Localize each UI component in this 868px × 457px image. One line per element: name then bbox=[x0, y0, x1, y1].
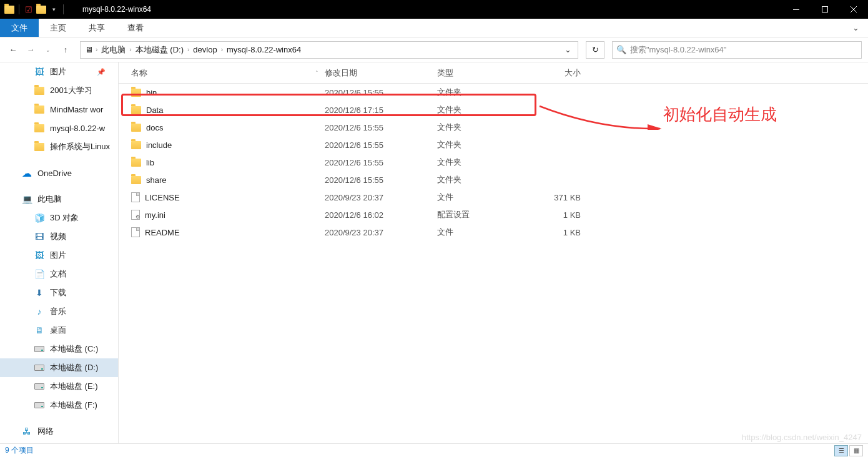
docs-icon: 📄 bbox=[34, 268, 45, 280]
file-row[interactable]: include2020/12/6 15:55文件夹 bbox=[119, 136, 868, 154]
file-type: 文件夹 bbox=[437, 104, 531, 115]
statusbar: 9 个项目 ☰ ▦ bbox=[0, 443, 868, 457]
back-button[interactable]: ← bbox=[6, 43, 20, 57]
file-type: 文件夹 bbox=[437, 157, 531, 168]
sidebar-item[interactable]: 本地磁盘 (F:) bbox=[0, 396, 118, 415]
sidebar-item[interactable]: 本地磁盘 (C:) bbox=[0, 340, 118, 358]
file-type: 文件 bbox=[437, 227, 531, 238]
file-icon bbox=[131, 192, 140, 202]
desktop-icon: 🖥 bbox=[34, 325, 45, 336]
sidebar-item[interactable]: MindMastr wor bbox=[0, 100, 118, 119]
forward-button[interactable]: → bbox=[24, 43, 37, 57]
column-name[interactable]: 名称˄ bbox=[119, 67, 325, 79]
sidebar-item-label: 3D 对象 bbox=[50, 212, 79, 224]
file-date: 2020/12/6 15:55 bbox=[325, 123, 437, 132]
minimize-button[interactable] bbox=[782, 0, 811, 19]
search-icon: 🔍 bbox=[616, 45, 626, 54]
sidebar-item[interactable]: 🎞视频 bbox=[0, 227, 118, 246]
column-type[interactable]: 类型 bbox=[437, 67, 531, 79]
sidebar-item-label: MindMastr wor bbox=[50, 105, 103, 114]
pin-icon: 📌 bbox=[97, 68, 106, 76]
sidebar-item[interactable]: 💻此电脑 bbox=[0, 190, 118, 209]
sidebar[interactable]: 🖼图片📌2001大学习MindMastr wormysql-8.0.22-w操作… bbox=[0, 62, 119, 443]
svg-rect-1 bbox=[822, 7, 828, 12]
refresh-button[interactable]: ↻ bbox=[586, 41, 604, 59]
sidebar-item[interactable]: 🖥桌面 bbox=[0, 321, 118, 340]
sidebar-item-label: 文档 bbox=[50, 268, 66, 280]
sidebar-item[interactable]: 操作系统与Linux bbox=[0, 137, 118, 156]
tab-view[interactable]: 查看 bbox=[116, 19, 155, 37]
sidebar-item-label: 图片 bbox=[50, 250, 66, 261]
file-row[interactable]: my.ini2020/12/6 16:02配置设置1 KB bbox=[119, 206, 868, 224]
file-name: lib bbox=[146, 158, 154, 167]
qat-dropdown-icon[interactable]: ▾ bbox=[48, 4, 59, 15]
sidebar-item[interactable]: 2001大学习 bbox=[0, 81, 118, 100]
sidebar-item[interactable]: 🖼图片📌 bbox=[0, 62, 118, 81]
sidebar-item-label: 本地磁盘 (E:) bbox=[50, 381, 98, 392]
folder-icon bbox=[34, 104, 45, 115]
file-size: 1 KB bbox=[531, 228, 587, 237]
file-tab[interactable]: 文件 bbox=[0, 19, 39, 37]
close-button[interactable] bbox=[839, 0, 868, 19]
qat-folder-icon[interactable] bbox=[36, 4, 47, 15]
thispc-icon: 🖥 bbox=[83, 44, 94, 56]
sidebar-item[interactable]: 🧊3D 对象 bbox=[0, 209, 118, 227]
sidebar-item[interactable]: mysql-8.0.22-w bbox=[0, 119, 118, 137]
file-row[interactable]: lib2020/12/6 15:55文件夹 bbox=[119, 154, 868, 171]
folder-icon bbox=[131, 176, 141, 184]
file-type: 文件 bbox=[437, 192, 531, 203]
file-icon bbox=[131, 227, 140, 237]
breadcrumb[interactable]: 🖥 › 此电脑 › 本地磁盘 (D:) › devlop › mysql-8.0… bbox=[80, 41, 578, 59]
quick-access-toolbar: ☑ ▾ bbox=[0, 4, 70, 15]
maximize-button[interactable] bbox=[811, 0, 839, 19]
file-row[interactable]: bin2020/12/6 15:55文件夹 bbox=[119, 84, 868, 101]
sidebar-item[interactable]: 🖧网络 bbox=[0, 422, 118, 441]
sidebar-item[interactable]: ⬇下载 bbox=[0, 283, 118, 302]
file-date: 2020/9/23 20:37 bbox=[325, 193, 437, 202]
sidebar-item[interactable]: ♪音乐 bbox=[0, 302, 118, 321]
ribbon-expand-button[interactable]: ⌄ bbox=[843, 19, 868, 37]
column-size[interactable]: 大小 bbox=[531, 67, 587, 79]
view-thumbnails-button[interactable]: ▦ bbox=[849, 445, 863, 456]
sidebar-item-label: 网络 bbox=[37, 426, 54, 437]
file-name: my.ini bbox=[145, 210, 165, 220]
file-type: 配置设置 bbox=[437, 209, 531, 220]
search-input[interactable]: 🔍 搜索"mysql-8.0.22-winx64" bbox=[612, 41, 862, 59]
up-button[interactable]: ↑ bbox=[59, 43, 72, 57]
onedrive-icon: ☁ bbox=[21, 167, 32, 179]
sidebar-item-label: 本地磁盘 (F:) bbox=[50, 400, 97, 411]
sidebar-item[interactable]: 🖼图片 bbox=[0, 246, 118, 265]
qat-checkbox-icon[interactable]: ☑ bbox=[23, 4, 34, 15]
file-row[interactable]: Data2020/12/6 17:15文件夹 bbox=[119, 101, 868, 119]
file-row[interactable]: share2020/12/6 15:55文件夹 bbox=[119, 171, 868, 189]
sidebar-item-label: 图片 bbox=[50, 66, 66, 77]
breadcrumb-seg[interactable]: 本地磁盘 (D:) bbox=[132, 44, 187, 56]
file-row[interactable]: README2020/9/23 20:37文件1 KB bbox=[119, 224, 868, 241]
breadcrumb-dropdown[interactable]: ⌄ bbox=[561, 45, 575, 54]
sidebar-item[interactable]: 📄文档 bbox=[0, 265, 118, 283]
sidebar-item[interactable]: ☁OneDrive bbox=[0, 164, 118, 182]
tab-home[interactable]: 主页 bbox=[39, 19, 77, 37]
sidebar-item-label: 下载 bbox=[50, 287, 66, 298]
breadcrumb-seg[interactable]: devlop bbox=[189, 45, 220, 54]
content-pane: 名称˄ 修改日期 类型 大小 bin2020/12/6 15:55文件夹Data… bbox=[119, 62, 868, 443]
view-details-button[interactable]: ☰ bbox=[834, 445, 848, 456]
disk-icon bbox=[34, 362, 45, 373]
breadcrumb-seg[interactable]: mysql-8.0.22-winx64 bbox=[223, 45, 305, 54]
sidebar-item[interactable]: 本地磁盘 (D:) bbox=[0, 358, 118, 377]
ribbon: 文件 主页 共享 查看 ⌄ bbox=[0, 19, 868, 37]
tab-share[interactable]: 共享 bbox=[77, 19, 116, 37]
breadcrumb-seg[interactable]: 此电脑 bbox=[97, 44, 129, 56]
file-row[interactable]: LICENSE2020/9/23 20:37文件371 KB bbox=[119, 189, 868, 206]
thispc-icon: 💻 bbox=[21, 194, 32, 205]
main-area: 🖼图片📌2001大学习MindMastr wormysql-8.0.22-w操作… bbox=[0, 62, 868, 443]
sidebar-item[interactable]: 本地磁盘 (E:) bbox=[0, 377, 118, 396]
folder-icon bbox=[131, 159, 141, 167]
file-name: bin bbox=[146, 88, 157, 97]
folder-icon bbox=[34, 141, 45, 152]
sidebar-item-label: mysql-8.0.22-w bbox=[50, 124, 105, 133]
sidebar-item-label: 桌面 bbox=[50, 325, 66, 336]
file-row[interactable]: docs2020/12/6 15:55文件夹 bbox=[119, 119, 868, 136]
recent-dropdown[interactable]: ⌄ bbox=[41, 43, 55, 57]
column-date[interactable]: 修改日期 bbox=[325, 67, 437, 79]
